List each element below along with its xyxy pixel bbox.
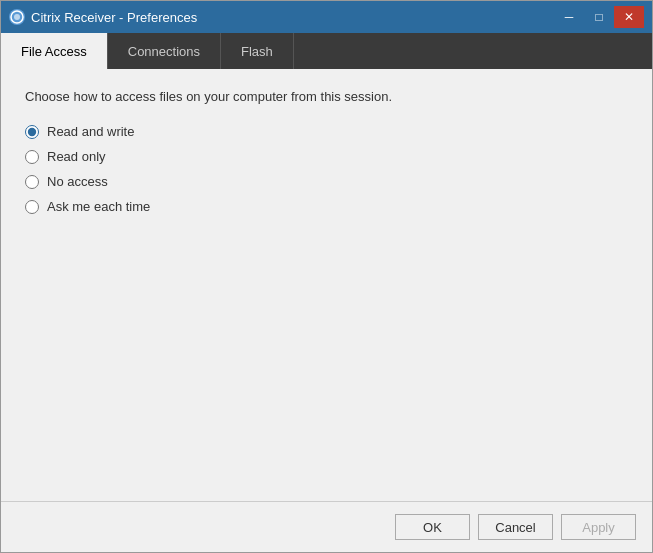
preferences-window: Citrix Receiver - Preferences ─ □ ✕ File… bbox=[0, 0, 653, 553]
tab-connections[interactable]: Connections bbox=[108, 33, 221, 69]
radio-item-ask-each-time[interactable]: Ask me each time bbox=[25, 199, 628, 214]
tab-bar: File Access Connections Flash bbox=[1, 33, 652, 69]
radio-read-write[interactable] bbox=[25, 125, 39, 139]
radio-read-write-label: Read and write bbox=[47, 124, 134, 139]
radio-read-only-label: Read only bbox=[47, 149, 106, 164]
cancel-button[interactable]: Cancel bbox=[478, 514, 553, 540]
radio-no-access[interactable] bbox=[25, 175, 39, 189]
minimize-button[interactable]: ─ bbox=[554, 6, 584, 28]
file-access-options: Read and write Read only No access Ask m… bbox=[25, 124, 628, 214]
radio-item-read-only[interactable]: Read only bbox=[25, 149, 628, 164]
maximize-button[interactable]: □ bbox=[584, 6, 614, 28]
radio-ask-each-time[interactable] bbox=[25, 200, 39, 214]
radio-read-only[interactable] bbox=[25, 150, 39, 164]
title-bar-left: Citrix Receiver - Preferences bbox=[9, 9, 197, 25]
radio-item-no-access[interactable]: No access bbox=[25, 174, 628, 189]
title-bar: Citrix Receiver - Preferences ─ □ ✕ bbox=[1, 1, 652, 33]
apply-button[interactable]: Apply bbox=[561, 514, 636, 540]
radio-no-access-label: No access bbox=[47, 174, 108, 189]
footer: OK Cancel Apply bbox=[1, 501, 652, 552]
app-icon bbox=[9, 9, 25, 25]
close-button[interactable]: ✕ bbox=[614, 6, 644, 28]
main-content: Choose how to access files on your compu… bbox=[1, 69, 652, 501]
title-bar-controls: ─ □ ✕ bbox=[554, 6, 644, 28]
description-text: Choose how to access files on your compu… bbox=[25, 89, 628, 104]
window-title: Citrix Receiver - Preferences bbox=[31, 10, 197, 25]
svg-point-1 bbox=[14, 14, 20, 20]
ok-button[interactable]: OK bbox=[395, 514, 470, 540]
tab-file-access[interactable]: File Access bbox=[1, 33, 108, 69]
radio-ask-each-time-label: Ask me each time bbox=[47, 199, 150, 214]
tab-flash[interactable]: Flash bbox=[221, 33, 294, 69]
radio-item-read-write[interactable]: Read and write bbox=[25, 124, 628, 139]
